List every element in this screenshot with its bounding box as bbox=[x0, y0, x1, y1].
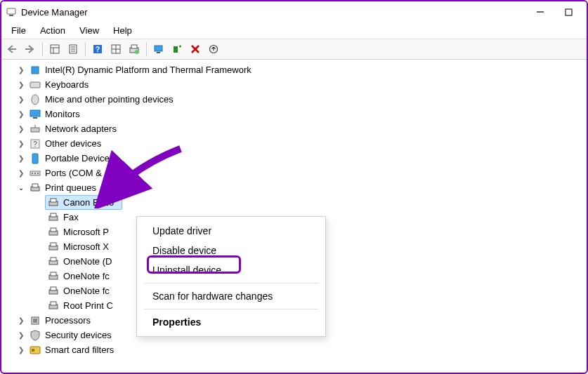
forward-button[interactable] bbox=[22, 41, 38, 57]
menu-action[interactable]: Action bbox=[34, 24, 71, 37]
svg-rect-1 bbox=[9, 15, 13, 16]
svg-rect-34 bbox=[32, 154, 38, 163]
update-driver-icon[interactable] bbox=[206, 41, 221, 57]
svg-rect-25 bbox=[32, 67, 39, 74]
ctx-update-driver[interactable]: Update driver bbox=[137, 221, 325, 241]
node-monitors[interactable]: ❯ Monitors bbox=[14, 107, 587, 121]
printer-icon bbox=[48, 286, 59, 297]
svg-rect-21 bbox=[155, 46, 162, 51]
chevron-right-icon[interactable]: ❯ bbox=[17, 81, 25, 89]
node-label: Mice and other pointing devices bbox=[45, 94, 174, 105]
shield-icon bbox=[30, 330, 41, 341]
uninstall-icon[interactable] bbox=[188, 41, 203, 57]
ctx-disable-device[interactable]: Disable device bbox=[137, 241, 325, 260]
grid-icon[interactable] bbox=[108, 41, 124, 57]
printer-icon bbox=[30, 182, 41, 194]
svg-text:?: ? bbox=[33, 140, 37, 148]
node-network[interactable]: ❯ Network adapters bbox=[14, 121, 587, 136]
svg-rect-0 bbox=[7, 8, 15, 14]
chevron-right-icon[interactable]: ❯ bbox=[17, 331, 25, 340]
svg-rect-46 bbox=[51, 228, 56, 232]
ctx-uninstall-device[interactable]: Uninstall device bbox=[137, 260, 325, 280]
app-icon bbox=[6, 6, 17, 18]
context-menu: Update driver Disable device Uninstall d… bbox=[136, 216, 326, 337]
svg-rect-29 bbox=[33, 117, 37, 119]
minimize-button[interactable] bbox=[526, 2, 554, 22]
printer-icon bbox=[48, 197, 59, 208]
chevron-right-icon[interactable]: ❯ bbox=[17, 154, 25, 163]
svg-point-27 bbox=[32, 95, 39, 105]
chevron-right-icon[interactable]: ❯ bbox=[17, 140, 25, 148]
node-label: Fax bbox=[63, 212, 79, 222]
svg-point-20 bbox=[135, 50, 139, 54]
chevron-right-icon[interactable]: ❯ bbox=[17, 316, 25, 325]
svg-rect-28 bbox=[30, 110, 40, 116]
scan-hardware-icon[interactable] bbox=[151, 41, 166, 57]
svg-rect-58 bbox=[33, 319, 37, 323]
menu-view[interactable]: View bbox=[74, 24, 105, 37]
toolbar-separator bbox=[85, 42, 86, 56]
chevron-right-icon[interactable]: ❯ bbox=[17, 66, 25, 74]
node-label: OneNote fc bbox=[63, 271, 110, 281]
menu-file[interactable]: File bbox=[6, 24, 32, 37]
menu-help[interactable]: Help bbox=[107, 24, 138, 37]
properties-icon[interactable] bbox=[65, 41, 81, 57]
help-icon[interactable]: ? bbox=[90, 41, 105, 57]
node-print-queues[interactable]: ⌄ Print queues bbox=[14, 180, 587, 195]
titlebar: Device Manager bbox=[1, 1, 587, 22]
node-label: Intel(R) Dynamic Platform and Thermal Fr… bbox=[45, 65, 251, 75]
svg-rect-22 bbox=[157, 52, 160, 53]
printer-icon bbox=[48, 212, 59, 223]
print-preview-icon[interactable] bbox=[126, 41, 142, 57]
printer-icon bbox=[48, 241, 59, 253]
portable-icon bbox=[30, 153, 41, 164]
maximize-button[interactable] bbox=[554, 2, 582, 22]
ctx-properties[interactable]: Properties bbox=[137, 312, 325, 332]
svg-rect-19 bbox=[131, 45, 137, 48]
node-canon-e510[interactable]: Canon E510 bbox=[45, 195, 122, 210]
chevron-right-icon[interactable]: ❯ bbox=[17, 169, 25, 178]
node-intel[interactable]: ❯ Intel(R) Dynamic Platform and Thermal … bbox=[14, 62, 587, 77]
node-label: Keyboards bbox=[45, 79, 89, 90]
svg-rect-26 bbox=[30, 82, 40, 88]
svg-rect-44 bbox=[51, 213, 56, 217]
mouse-icon bbox=[30, 94, 41, 105]
svg-rect-42 bbox=[51, 199, 56, 202]
port-icon bbox=[30, 168, 41, 179]
node-ports[interactable]: ❯ Ports (COM & bbox=[14, 166, 587, 180]
node-label: Print queues bbox=[45, 182, 96, 193]
node-label: Microsoft X bbox=[63, 241, 109, 252]
node-portable[interactable]: ❯ Portable Devices bbox=[14, 151, 587, 166]
svg-rect-50 bbox=[51, 258, 56, 261]
printer-icon bbox=[48, 227, 59, 238]
smartcard-icon bbox=[30, 345, 41, 356]
cpu-icon bbox=[30, 315, 41, 326]
node-label: Root Print C bbox=[63, 300, 113, 311]
node-smartcard[interactable]: ❯ Smart card filters bbox=[14, 342, 587, 357]
printer-icon bbox=[48, 300, 59, 312]
add-legacy-icon[interactable] bbox=[169, 41, 185, 57]
node-other[interactable]: ❯ ? Other devices bbox=[14, 136, 587, 151]
svg-rect-40 bbox=[32, 184, 38, 187]
node-label: Microsoft P bbox=[63, 227, 109, 237]
svg-point-37 bbox=[34, 173, 36, 174]
chevron-right-icon[interactable]: ❯ bbox=[17, 95, 25, 104]
chevron-right-icon[interactable]: ❯ bbox=[17, 110, 25, 119]
window-title: Device Manager bbox=[21, 7, 526, 18]
svg-rect-3 bbox=[566, 9, 572, 15]
node-keyboards[interactable]: ❯ Keyboards bbox=[14, 77, 587, 92]
ctx-scan-hardware[interactable]: Scan for hardware changes bbox=[137, 286, 325, 306]
chevron-right-icon[interactable]: ❯ bbox=[17, 125, 25, 133]
back-button[interactable] bbox=[4, 41, 20, 57]
toolbar-separator bbox=[42, 42, 43, 56]
keyboard-icon bbox=[30, 79, 41, 91]
printer-icon bbox=[48, 256, 59, 267]
node-label: Other devices bbox=[45, 138, 101, 149]
chevron-right-icon[interactable]: ❯ bbox=[17, 346, 25, 354]
chevron-down-icon[interactable]: ⌄ bbox=[17, 184, 25, 192]
toolbar-separator bbox=[146, 42, 147, 56]
node-label: Network adapters bbox=[45, 123, 117, 134]
show-hidden-icon[interactable] bbox=[47, 41, 63, 57]
svg-rect-52 bbox=[51, 272, 56, 276]
node-mice[interactable]: ❯ Mice and other pointing devices bbox=[14, 92, 587, 107]
